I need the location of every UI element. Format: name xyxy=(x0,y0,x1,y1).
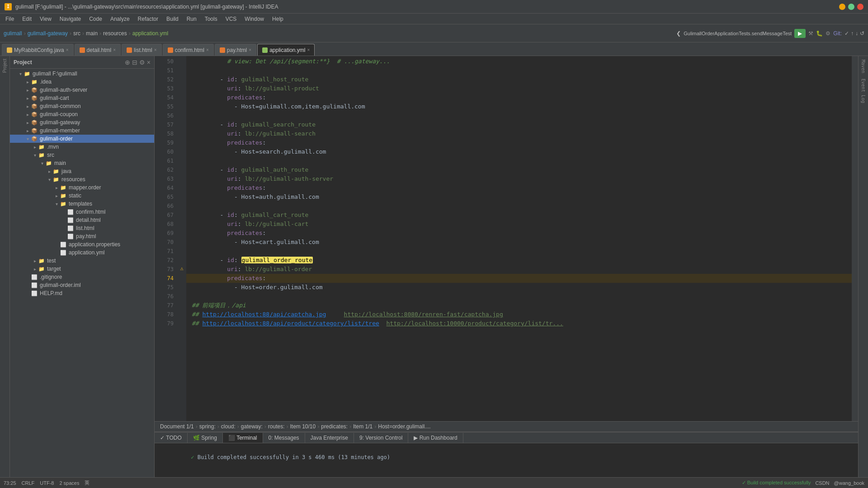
tree-item-help[interactable]: ⬜ HELP.md xyxy=(10,289,154,297)
menu-item-code[interactable]: Code xyxy=(85,15,106,23)
tree-item-list-html[interactable]: ⬜ list.html xyxy=(10,224,154,232)
settings-icon[interactable]: ⚙ xyxy=(139,59,145,66)
menu-item-refactor[interactable]: Refactor xyxy=(134,15,162,23)
tab-run-dashboard[interactable]: ▶ Run Dashboard xyxy=(408,433,463,443)
nav-back[interactable]: ❮ xyxy=(676,30,681,37)
tree-item-test[interactable]: ▸ 📁 test xyxy=(10,257,154,265)
close-sidebar-icon[interactable]: × xyxy=(147,59,151,66)
tab-application-yml[interactable]: application.yml × xyxy=(257,44,315,56)
tree-item-order[interactable]: ▾ 📦 gulimall-order xyxy=(10,135,154,143)
breadcrumb-gateway[interactable]: gulimall-gateway xyxy=(28,30,68,37)
tab-close-confirm[interactable]: × xyxy=(206,47,209,52)
tab-label-list: list.html xyxy=(134,47,152,53)
tree-item-src[interactable]: ▾ 📁 src xyxy=(10,151,154,159)
tree-item-cart[interactable]: ▸ 📦 gulimall-cart xyxy=(10,94,154,102)
tab-close-detail[interactable]: × xyxy=(113,47,116,52)
tree-item-common[interactable]: ▸ 📦 gulimall-common xyxy=(10,102,154,110)
tree-item-member[interactable]: ▸ 📦 gulimall-member xyxy=(10,127,154,135)
project-label[interactable]: Project xyxy=(1,56,8,75)
tab-list[interactable]: list.html × xyxy=(122,44,162,56)
menu-item-analyze[interactable]: Analyze xyxy=(107,15,133,23)
tab-close-myrabbitconfig[interactable]: × xyxy=(66,47,69,52)
tab-confirm[interactable]: confirm.html × xyxy=(163,44,214,56)
tree-item-app-yml[interactable]: ⬜ application.yml xyxy=(10,249,154,257)
tab-myrabbitconfig[interactable]: MyRabbitConfig.java × xyxy=(2,44,74,56)
event-log-label[interactable]: Event Log xyxy=(860,77,867,105)
run-button[interactable]: ▶ xyxy=(794,29,806,38)
tree-item-templates[interactable]: ▾ 📁 templates xyxy=(10,200,154,208)
bc-item-10[interactable]: Item 10/10 xyxy=(290,423,316,430)
bc-gateway[interactable]: gateway: xyxy=(241,423,263,430)
tab-pay[interactable]: pay.html × xyxy=(215,44,256,56)
scroll-gutter[interactable] xyxy=(852,56,858,421)
menu-item-run[interactable]: Run xyxy=(183,15,200,23)
status-indent[interactable]: 2 spaces xyxy=(59,480,79,486)
status-line-ending[interactable]: CRLF xyxy=(22,480,35,486)
maven-label[interactable]: Maven xyxy=(860,58,867,75)
menu-item-view[interactable]: View xyxy=(36,15,55,23)
tab-version-control[interactable]: 9: Version Control xyxy=(354,433,408,443)
status-lang[interactable]: 英 xyxy=(85,479,90,486)
tab-label-pay: pay.html xyxy=(227,47,247,53)
breadcrumb-resources[interactable]: resources xyxy=(103,30,127,37)
menu-item-edit[interactable]: Edit xyxy=(19,15,35,23)
tab-terminal[interactable]: ⬛ Terminal xyxy=(223,433,263,443)
build-icon[interactable]: ⚒ xyxy=(808,30,813,37)
tree-item-java[interactable]: ▸ 📁 java xyxy=(10,167,154,175)
tree-item-iml[interactable]: ⬜ gulimall-order.iml xyxy=(10,281,154,289)
tree-item-resources[interactable]: ▾ 📁 resources xyxy=(10,175,154,183)
tab-close-yaml[interactable]: × xyxy=(307,47,310,52)
breadcrumb-src[interactable]: src xyxy=(73,30,80,37)
bc-routes[interactable]: routes: xyxy=(268,423,285,430)
tab-close-pay[interactable]: × xyxy=(249,47,251,52)
tree-item-auth[interactable]: ▸ 📦 gulimall-auth-server xyxy=(10,86,154,94)
tree-item-static[interactable]: ▸ 📁 static xyxy=(10,192,154,200)
status-position[interactable]: 73:25 xyxy=(4,480,16,486)
bc-host[interactable]: Host=order.gulimall.... xyxy=(378,423,430,430)
menu-item-window[interactable]: Window xyxy=(241,15,268,23)
tree-item-detail-html[interactable]: ⬜ detail.html xyxy=(10,216,154,224)
tree-item-coupon[interactable]: ▸ 📦 gulimall-coupon xyxy=(10,110,154,118)
tree-item-target[interactable]: ▸ 📁 target xyxy=(10,265,154,273)
add-icon[interactable]: ⊕ xyxy=(125,59,130,66)
maximize-button[interactable] xyxy=(848,4,854,10)
tab-todo[interactable]: ✓ TODO xyxy=(155,433,188,443)
bc-item-1[interactable]: Item 1/1 xyxy=(353,423,373,430)
breadcrumb-main[interactable]: main xyxy=(86,30,98,37)
tab-close-list[interactable]: × xyxy=(154,47,157,52)
bc-cloud[interactable]: cloud: xyxy=(221,423,236,430)
tree-item-gateway[interactable]: ▸ 📦 gulimall-gateway xyxy=(10,118,154,127)
code-content[interactable]: # view: Det /api/{segment:**} # ...gatew… xyxy=(186,56,852,421)
tree-item-mapper[interactable]: ▸ 📁 mapper.order xyxy=(10,183,154,192)
menu-item-vcs[interactable]: VCS xyxy=(222,15,241,23)
tree-item-app-props[interactable]: ⬜ application.properties xyxy=(10,240,154,249)
tab-spring[interactable]: 🌿 Spring xyxy=(188,433,223,443)
bc-spring[interactable]: spring: xyxy=(199,423,216,430)
bc-predicates[interactable]: predicates: xyxy=(321,423,348,430)
menu-item-help[interactable]: Help xyxy=(269,15,287,23)
tree-item-main[interactable]: ▾ 📁 main xyxy=(10,159,154,167)
tab-java-enterprise[interactable]: Java Enterprise xyxy=(305,433,354,443)
minimize-button[interactable] xyxy=(839,4,845,10)
tree-item-gitignore[interactable]: ⬜ .gitignore xyxy=(10,273,154,281)
tree-item-root[interactable]: ▾ 📁 gulimall F:\gulimall xyxy=(10,70,154,78)
menu-item-navigate[interactable]: Navigate xyxy=(56,15,85,23)
tree-item-idea[interactable]: ▸ 📁 .idea xyxy=(10,78,154,86)
tree-item-pay-html[interactable]: ⬜ pay.html xyxy=(10,232,154,240)
tree-item-mvn[interactable]: ▸ 📁 .mvn xyxy=(10,143,154,151)
menu-item-file[interactable]: File xyxy=(2,15,18,23)
settings-icon[interactable]: ⚙ xyxy=(826,30,830,37)
close-button[interactable] xyxy=(857,4,863,10)
collapse-icon[interactable]: ⊟ xyxy=(132,59,137,66)
detail-html-icon: ⬜ xyxy=(67,216,74,224)
status-encoding[interactable]: UTF-8 xyxy=(40,480,54,486)
breadcrumb-file[interactable]: application.yml xyxy=(132,30,168,37)
tab-messages[interactable]: 0: Messages xyxy=(263,433,305,443)
tab-detail[interactable]: detail.html × xyxy=(75,44,121,56)
menu-item-build[interactable]: Build xyxy=(163,15,182,23)
debug-icon[interactable]: 🐛 xyxy=(816,30,823,37)
breadcrumb-gulimall[interactable]: gulimall xyxy=(4,30,22,37)
menu-item-tools[interactable]: Tools xyxy=(201,15,221,23)
code-line-51 xyxy=(186,66,852,75)
tree-item-confirm-html[interactable]: ⬜ confirm.html xyxy=(10,208,154,216)
